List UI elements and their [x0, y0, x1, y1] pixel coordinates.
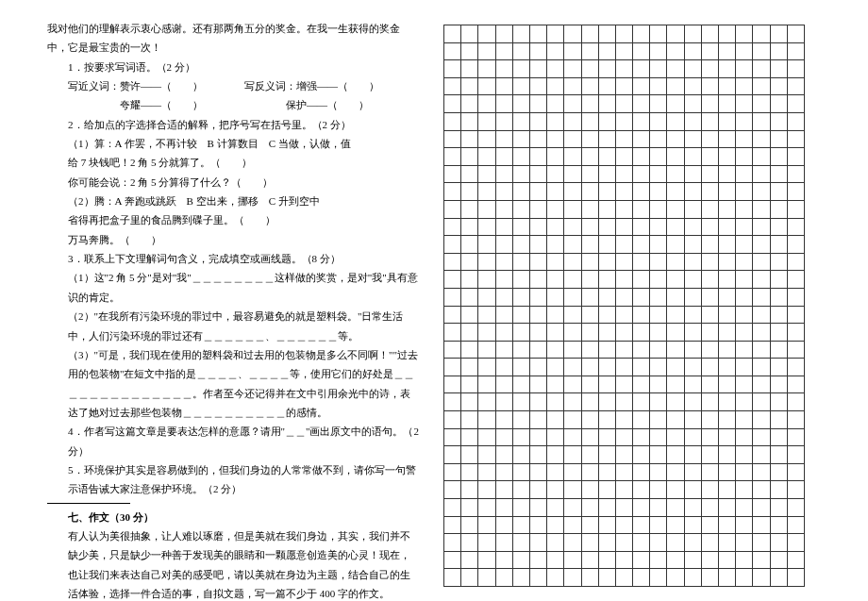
- grid-cell: [753, 306, 770, 324]
- grid-cell: [736, 446, 753, 464]
- grid-cell: [478, 481, 495, 499]
- grid-cell: [547, 200, 564, 218]
- grid-cell: [529, 499, 546, 517]
- grid-cell: [650, 77, 667, 95]
- grid-cell: [478, 569, 495, 587]
- grid-cell: [529, 359, 546, 376]
- grid-cell: [650, 463, 667, 481]
- grid-cell: [684, 25, 701, 43]
- grid-cell: [650, 341, 667, 359]
- grid-cell: [529, 236, 546, 254]
- grid-cell: [495, 148, 512, 166]
- grid-cell: [736, 130, 753, 148]
- grid-cell: [444, 77, 461, 95]
- grid-cell: [701, 165, 718, 183]
- grid-cell: [787, 569, 804, 587]
- grid-cell: [495, 306, 512, 324]
- grid-cell: [650, 288, 667, 306]
- grid-cell: [547, 42, 564, 60]
- grid-cell: [667, 77, 684, 95]
- grid-cell: [736, 253, 753, 271]
- grid-cell: [701, 60, 718, 78]
- grid-cell: [701, 236, 718, 254]
- grid-cell: [564, 324, 581, 342]
- grid-cell: [495, 95, 512, 113]
- grid-cell: [615, 271, 632, 289]
- grid-cell: [719, 183, 736, 201]
- q5: 5．环境保护其实是容易做到的，但我们身边的人常常做不到，请你写一句警示语告诫大家…: [47, 460, 420, 499]
- grid-cell: [719, 165, 736, 183]
- grid-cell: [598, 516, 615, 534]
- grid-cell: [633, 218, 650, 236]
- grid-cell: [444, 359, 461, 376]
- grid-cell: [615, 77, 632, 95]
- grid-cell: [719, 200, 736, 218]
- grid-cell: [719, 148, 736, 166]
- grid-cell: [461, 218, 478, 236]
- grid-cell: [461, 324, 478, 342]
- grid-cell: [684, 148, 701, 166]
- grid-cell: [564, 359, 581, 376]
- grid-cell: [701, 306, 718, 324]
- grid-cell: [512, 499, 529, 517]
- grid-cell: [787, 236, 804, 254]
- grid-cell: [701, 200, 718, 218]
- grid-cell: [478, 551, 495, 569]
- grid-cell: [753, 463, 770, 481]
- grid-cell: [529, 165, 546, 183]
- grid-cell: [633, 253, 650, 271]
- grid-cell: [512, 376, 529, 393]
- grid-cell: [736, 428, 753, 446]
- grid-cell: [512, 271, 529, 289]
- grid-cell: [633, 569, 650, 587]
- grid-cell: [770, 183, 787, 201]
- grid-cell: [701, 95, 718, 113]
- grid-cell: [512, 569, 529, 587]
- grid-cell: [495, 236, 512, 254]
- grid-cell: [564, 183, 581, 201]
- grid-cell: [667, 569, 684, 587]
- q2-a2: 你可能会说：2 角 5 分算得了什么？（ ）: [47, 173, 420, 192]
- grid-cell: [684, 324, 701, 342]
- grid-cell: [581, 393, 598, 411]
- grid-cell: [598, 446, 615, 464]
- grid-cell: [547, 306, 564, 324]
- grid-cell: [736, 183, 753, 201]
- grid-cell: [547, 411, 564, 429]
- grid-cell: [633, 25, 650, 43]
- grid-cell: [650, 376, 667, 393]
- grid-cell: [461, 200, 478, 218]
- grid-cell: [650, 324, 667, 342]
- grid-cell: [495, 551, 512, 569]
- grid-cell: [598, 95, 615, 113]
- grid-cell: [650, 393, 667, 411]
- grid-cell: [753, 376, 770, 393]
- grid-cell: [444, 411, 461, 429]
- grid-cell: [564, 481, 581, 499]
- grid-cell: [444, 534, 461, 552]
- grid-cell: [701, 428, 718, 446]
- grid-cell: [529, 42, 546, 60]
- grid-cell: [564, 60, 581, 78]
- grid-cell: [719, 253, 736, 271]
- grid-cell: [684, 95, 701, 113]
- q1-title: 1．按要求写词语。（2 分）: [47, 58, 420, 76]
- grid-cell: [598, 324, 615, 342]
- grid-cell: [753, 324, 770, 342]
- grid-cell: [564, 463, 581, 481]
- grid-cell: [701, 271, 718, 289]
- grid-cell: [547, 463, 564, 481]
- grid-cell: [787, 42, 804, 60]
- grid-cell: [444, 428, 461, 446]
- grid-cell: [753, 393, 770, 411]
- grid-cell: [461, 446, 478, 464]
- grid-cell: [770, 569, 787, 587]
- grid-cell: [753, 148, 770, 166]
- grid-cell: [461, 183, 478, 201]
- grid-cell: [667, 551, 684, 569]
- grid-cell: [598, 428, 615, 446]
- grid-cell: [512, 42, 529, 60]
- grid-cell: [615, 218, 632, 236]
- grid-cell: [753, 359, 770, 376]
- grid-cell: [650, 95, 667, 113]
